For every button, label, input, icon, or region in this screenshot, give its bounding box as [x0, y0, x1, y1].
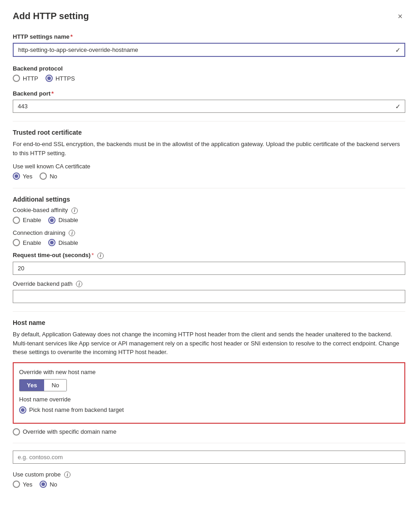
- divider-4: [13, 443, 405, 443]
- http-settings-name-label: HTTP settings name*: [13, 33, 405, 40]
- http-settings-name-input[interactable]: [13, 43, 405, 57]
- connection-draining-disable-label: Disable: [58, 239, 78, 246]
- well-known-ca-yes-option[interactable]: Yes: [13, 172, 32, 180]
- cookie-affinity-info-icon[interactable]: i: [71, 208, 78, 214]
- divider-1: [13, 121, 405, 122]
- well-known-ca-yes-label: Yes: [23, 173, 32, 180]
- host-name-override-label: Host name override: [19, 396, 399, 403]
- pick-from-backend-option[interactable]: Pick host name from backend target: [19, 406, 399, 414]
- connection-draining-disable-option[interactable]: Disable: [48, 239, 78, 246]
- custom-probe-label: Use custom probe: [13, 471, 61, 478]
- well-known-ca-yes-radio[interactable]: [13, 172, 20, 180]
- trusted-root-cert-desc: For end-to-end SSL encryption, the backe…: [13, 140, 405, 157]
- backend-port-section: Backend port* ✓: [13, 90, 405, 113]
- backend-protocol-label: Backend protocol: [13, 65, 405, 72]
- well-known-ca-no-radio[interactable]: [40, 172, 47, 180]
- backend-protocol-section: Backend protocol HTTP HTTPS: [13, 65, 405, 82]
- panel-header: Add HTTP setting ×: [13, 11, 405, 22]
- well-known-ca-radio-group: Yes No: [13, 172, 405, 180]
- http-settings-name-check: ✓: [395, 46, 401, 54]
- host-name-heading: Host name: [13, 319, 405, 326]
- override-backend-path-label-row: Override backend path i: [13, 280, 405, 288]
- add-http-setting-panel: Add HTTP setting × HTTP settings name* ✓…: [0, 0, 418, 532]
- override-new-hostname-label: Override with new host name: [19, 369, 399, 375]
- custom-probe-label-row: Use custom probe i: [13, 471, 405, 478]
- cookie-affinity-group: Cookie-based affinity i Enable Disable: [13, 207, 405, 224]
- domain-name-input-wrapper: [13, 451, 405, 464]
- custom-probe-yes-label: Yes: [23, 481, 32, 488]
- request-timeout-group: Request time-out (seconds)* i: [13, 252, 405, 275]
- custom-probe-no-label: No: [50, 481, 57, 488]
- backend-protocol-http-option[interactable]: HTTP: [13, 75, 38, 82]
- backend-protocol-https-label: HTTPS: [55, 75, 75, 82]
- backend-protocol-http-radio[interactable]: [13, 75, 20, 82]
- panel-title: Add HTTP setting: [13, 11, 89, 21]
- well-known-ca-no-option[interactable]: No: [40, 172, 57, 180]
- cookie-affinity-enable-label: Enable: [23, 217, 41, 223]
- well-known-ca-no-label: No: [50, 173, 57, 180]
- override-specific-domain-option[interactable]: Override with specific domain name: [13, 428, 405, 436]
- cookie-affinity-enable-option[interactable]: Enable: [13, 217, 41, 224]
- connection-draining-radio-group: Enable Disable: [13, 239, 405, 246]
- host-name-section: Host name By default, Application Gatewa…: [13, 319, 405, 488]
- http-settings-name-section: HTTP settings name* ✓: [13, 33, 405, 57]
- override-specific-domain-group: Override with specific domain name: [13, 428, 405, 436]
- close-button[interactable]: ×: [395, 11, 405, 22]
- custom-probe-yes-option[interactable]: Yes: [13, 481, 32, 488]
- divider-3: [13, 311, 405, 312]
- custom-probe-no-radio[interactable]: [40, 481, 47, 488]
- override-backend-path-input[interactable]: [13, 290, 405, 303]
- divider-2: [13, 188, 405, 188]
- host-name-desc: By default, Application Gateway does not…: [13, 330, 405, 357]
- custom-probe-radio-group: Yes No: [13, 481, 405, 488]
- cookie-affinity-disable-option[interactable]: Disable: [48, 217, 78, 224]
- additional-settings-section: Additional settings Cookie-based affinit…: [13, 196, 405, 303]
- trusted-root-cert-heading: Trusted root certificate: [13, 129, 405, 136]
- request-timeout-label-row: Request time-out (seconds)* i: [13, 252, 405, 259]
- additional-settings-heading: Additional settings: [13, 196, 405, 203]
- override-new-hostname-yes-btn[interactable]: Yes: [20, 380, 44, 391]
- override-hostname-highlighted: Override with new host name Yes No Host …: [13, 362, 405, 424]
- override-new-hostname-toggle[interactable]: Yes No: [19, 379, 67, 391]
- cookie-affinity-radio-group: Enable Disable: [13, 217, 405, 224]
- host-name-override-group: Host name override Pick host name from b…: [19, 396, 399, 414]
- override-new-hostname-group: Override with new host name Yes No: [19, 369, 399, 391]
- custom-probe-no-option[interactable]: No: [40, 481, 57, 488]
- backend-protocol-https-option[interactable]: HTTPS: [45, 75, 75, 82]
- pick-from-backend-label: Pick host name from backend target: [29, 406, 124, 413]
- connection-draining-info-icon[interactable]: i: [69, 230, 75, 236]
- override-backend-path-group: Override backend path i: [13, 280, 405, 304]
- use-well-known-ca-label: Use well known CA certificate: [13, 163, 405, 170]
- connection-draining-enable-option[interactable]: Enable: [13, 239, 41, 246]
- backend-port-input-wrapper: ✓: [13, 100, 405, 113]
- pick-from-backend-radio[interactable]: [19, 406, 26, 414]
- cookie-affinity-disable-radio[interactable]: [48, 217, 55, 224]
- override-backend-path-info-icon[interactable]: i: [76, 281, 82, 287]
- override-new-hostname-no-btn[interactable]: No: [44, 380, 66, 391]
- backend-protocol-https-radio[interactable]: [45, 75, 53, 82]
- connection-draining-group: Connection draining i Enable Disable: [13, 229, 405, 247]
- connection-draining-enable-radio[interactable]: [13, 239, 20, 246]
- custom-probe-yes-radio[interactable]: [13, 481, 20, 488]
- connection-draining-label: Connection draining: [13, 229, 65, 236]
- override-backend-path-label: Override backend path: [13, 280, 73, 287]
- cookie-affinity-label: Cookie-based affinity: [13, 207, 68, 213]
- connection-draining-label-row: Connection draining i: [13, 229, 405, 237]
- custom-probe-info-icon[interactable]: i: [64, 471, 71, 478]
- backend-port-label: Backend port*: [13, 90, 405, 97]
- request-timeout-input-wrapper: [13, 262, 405, 275]
- backend-port-check: ✓: [395, 103, 401, 110]
- request-timeout-info-icon[interactable]: i: [97, 253, 104, 259]
- domain-name-input[interactable]: [13, 451, 405, 464]
- request-timeout-label: Request time-out (seconds): [13, 252, 91, 258]
- request-timeout-input[interactable]: [13, 262, 405, 275]
- cookie-affinity-disable-label: Disable: [58, 217, 78, 223]
- backend-protocol-radio-group: HTTP HTTPS: [13, 75, 405, 82]
- backend-port-input[interactable]: [13, 100, 405, 113]
- cookie-affinity-enable-radio[interactable]: [13, 217, 20, 224]
- connection-draining-disable-radio[interactable]: [48, 239, 55, 246]
- override-specific-domain-radio[interactable]: [13, 428, 20, 436]
- http-settings-name-input-wrapper: ✓: [13, 43, 405, 57]
- connection-draining-enable-label: Enable: [23, 239, 41, 246]
- trusted-root-cert-section: Trusted root certificate For end-to-end …: [13, 129, 405, 180]
